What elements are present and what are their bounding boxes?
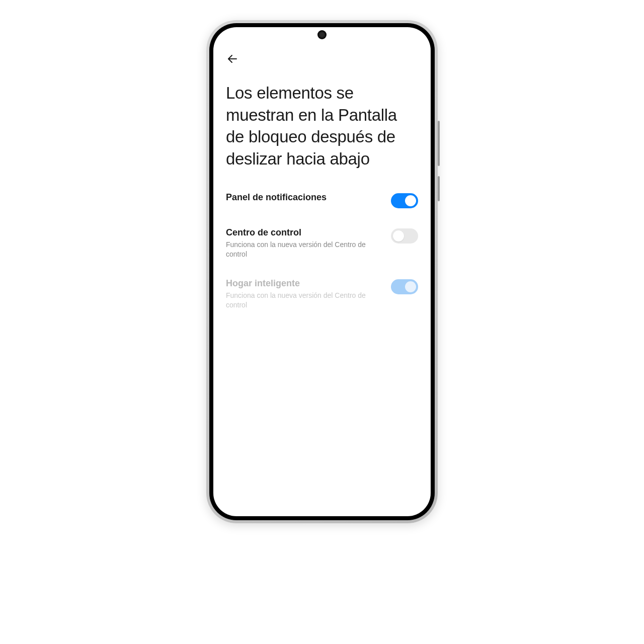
setting-title: Panel de notificaciones bbox=[226, 192, 381, 203]
power-button bbox=[438, 176, 440, 201]
setting-smart-home: Hogar inteligente Funciona con la nueva … bbox=[226, 278, 418, 310]
phone-bezel: Los elementos se muestran en la Pantalla… bbox=[209, 23, 435, 520]
setting-text: Hogar inteligente Funciona con la nueva … bbox=[226, 278, 381, 310]
back-arrow-icon[interactable] bbox=[226, 52, 239, 65]
toggle-smart-home bbox=[391, 279, 418, 294]
setting-desc: Funciona con la nueva versión del Centro… bbox=[226, 291, 381, 310]
toggle-knob bbox=[405, 195, 416, 206]
toggle-knob bbox=[405, 281, 416, 292]
setting-notification-panel: Panel de notificaciones bbox=[226, 192, 418, 208]
toggle-notification-panel[interactable] bbox=[391, 193, 418, 208]
volume-button bbox=[438, 121, 440, 166]
page-title: Los elementos se muestran en la Pantalla… bbox=[226, 82, 418, 170]
setting-text: Centro de control Funciona con la nueva … bbox=[226, 227, 381, 259]
screen: Los elementos se muestran en la Pantalla… bbox=[213, 27, 431, 516]
front-camera bbox=[317, 30, 327, 39]
toggle-control-center[interactable] bbox=[391, 228, 418, 244]
setting-control-center: Centro de control Funciona con la nueva … bbox=[226, 227, 418, 259]
toggle-knob bbox=[393, 230, 404, 242]
setting-title: Centro de control bbox=[226, 227, 381, 238]
setting-text: Panel de notificaciones bbox=[226, 192, 381, 205]
phone-device-frame: Los elementos se muestran en la Pantalla… bbox=[206, 20, 438, 523]
setting-desc: Funciona con la nueva versión del Centro… bbox=[226, 240, 381, 259]
header-bar bbox=[226, 52, 418, 67]
setting-title: Hogar inteligente bbox=[226, 278, 381, 289]
